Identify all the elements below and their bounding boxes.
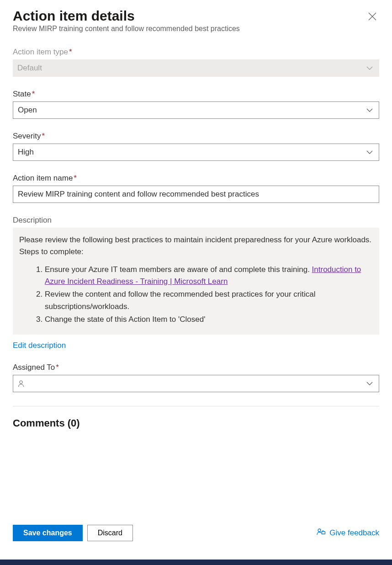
svg-point-1 — [318, 529, 321, 532]
feedback-icon — [317, 528, 326, 538]
assigned-to-picker[interactable] — [13, 375, 379, 392]
page-title: Action item details — [13, 8, 240, 24]
section-divider — [13, 406, 379, 406]
action-name-label: Action item name* — [13, 174, 379, 183]
close-button[interactable] — [366, 8, 379, 25]
state-label: State* — [13, 90, 379, 99]
give-feedback-link[interactable]: Give feedback — [317, 528, 379, 538]
footer-bar: Save changes Discard Give feedback — [0, 518, 392, 560]
description-intro: Please review the following best practic… — [19, 234, 373, 258]
action-name-input[interactable]: Review MIRP training content and follow … — [13, 186, 379, 203]
state-select[interactable]: Open — [13, 101, 379, 119]
save-button[interactable]: Save changes — [13, 525, 83, 541]
severity-label: Severity* — [13, 132, 379, 141]
description-content: Please review the following best practic… — [13, 228, 379, 335]
svg-point-0 — [20, 381, 22, 384]
discard-button[interactable]: Discard — [87, 525, 133, 541]
description-label: Description — [13, 216, 379, 225]
action-type-select: Default — [13, 59, 379, 77]
edit-description-link[interactable]: Edit description — [13, 341, 66, 350]
assigned-to-label: Assigned To* — [13, 363, 379, 372]
description-step-2: Review the content and follow the recomm… — [45, 288, 373, 313]
description-step-3: Change the state of this Action Item to … — [45, 314, 373, 325]
comments-heading: Comments (0) — [13, 417, 379, 429]
close-icon — [368, 12, 376, 21]
bottom-strip — [0, 560, 392, 565]
person-icon — [18, 380, 24, 387]
page-subtitle: Review MIRP training content and follow … — [13, 25, 240, 33]
description-step-1: Ensure your Azure IT team members are aw… — [45, 264, 373, 288]
action-type-label: Action item type* — [13, 48, 379, 57]
severity-select[interactable]: High — [13, 144, 379, 161]
